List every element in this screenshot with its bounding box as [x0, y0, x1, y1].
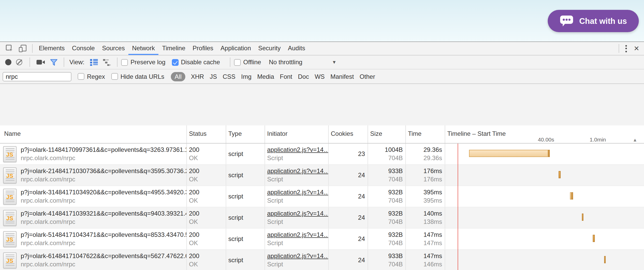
status-text: OK	[189, 197, 226, 205]
tab-application[interactable]: Application	[217, 42, 254, 55]
tab-audits[interactable]: Audits	[284, 42, 309, 55]
column-header-cookies[interactable]: Cookies	[329, 125, 368, 143]
column-header-time[interactable]: Time	[406, 125, 445, 143]
offline-label[interactable]: Offline	[243, 59, 261, 66]
network-request-row[interactable]: JS p?j=olark-41484171039321&&c=pollevent…	[0, 207, 644, 229]
transfer-size: 932B	[368, 210, 403, 218]
status-text: OK	[189, 239, 226, 247]
waterfall-bar[interactable]	[571, 192, 573, 200]
request-name[interactable]: p?j=olark-61484171047622&&c=pollevents&q…	[21, 252, 186, 260]
large-rows-list-icon[interactable]	[87, 59, 100, 66]
request-name[interactable]: p?j=olark-21484171030736&&c=pollevents&q…	[21, 167, 186, 175]
column-header-timeline[interactable]: Timeline – Start Time ▲ 40.00s1.0min	[445, 125, 644, 143]
chevron-down-icon[interactable]: ▼	[332, 60, 336, 65]
request-domain: nrpc.olark.com/nrpc	[21, 218, 186, 226]
filter-pill-media[interactable]: Media	[257, 73, 274, 80]
filter-pill-manifest[interactable]: Manifest	[330, 73, 354, 80]
screenshot-camera-icon[interactable]	[34, 59, 48, 65]
network-request-row[interactable]: JS p?j=olark-61484171047622&&c=pollevent…	[0, 250, 644, 270]
tab-console[interactable]: Console	[68, 42, 98, 55]
latency-time: 147ms	[406, 239, 442, 247]
clear-icon[interactable]	[16, 59, 22, 65]
initiator-link[interactable]: application2.js?v=14…	[267, 167, 328, 175]
initiator-type: Script	[267, 176, 328, 183]
network-request-row[interactable]: JS p?j=olark-51484171043471&&c=pollevent…	[0, 229, 644, 250]
tab-network[interactable]: Network	[128, 42, 158, 55]
request-name[interactable]: p?j=olark-11484170997361&&c=pollevents&q…	[21, 146, 186, 154]
request-type: script	[228, 257, 243, 264]
disable-cache-checkbox[interactable]	[172, 59, 178, 66]
initiator-type: Script	[267, 154, 328, 162]
filter-pill-xhr[interactable]: XHR	[191, 73, 204, 80]
record-icon[interactable]	[5, 59, 11, 65]
filter-input[interactable]	[3, 72, 71, 81]
column-header-initiator[interactable]: Initiator	[265, 125, 329, 143]
close-icon[interactable]: ✕	[631, 42, 644, 55]
devtools-panel: ElementsConsoleSourcesNetworkTimelinePro…	[0, 41, 644, 270]
device-toolbar-icon[interactable]	[16, 42, 30, 55]
initiator-link[interactable]: application2.js?v=14…	[267, 189, 328, 196]
status-code: 200	[189, 210, 226, 218]
network-request-row[interactable]: JS p?j=olark-31484171034920&&c=pollevent…	[0, 186, 644, 207]
filter-pill-js[interactable]: JS	[210, 73, 217, 80]
sort-arrow-icon[interactable]: ▲	[633, 132, 637, 143]
status-text: OK	[189, 261, 226, 268]
filter-pill-font[interactable]: Font	[280, 73, 292, 80]
cookies-count: 24	[358, 235, 365, 243]
network-request-row[interactable]: JS p?j=olark-11484170997361&&c=pollevent…	[0, 144, 644, 165]
network-toolbar: View: Preserve log Disable cache	[0, 55, 644, 69]
tab-timeline[interactable]: Timeline	[158, 42, 189, 55]
waterfall-bar[interactable]	[593, 235, 595, 242]
initiator-link[interactable]: application2.js?v=14…	[267, 252, 328, 260]
chat-with-us-button[interactable]: Chat with us	[548, 10, 639, 32]
initiator-link[interactable]: application2.js?v=14…	[267, 210, 328, 218]
filter-pill-img[interactable]: Img	[241, 73, 252, 80]
request-type: script	[228, 172, 243, 179]
filter-funnel-icon[interactable]	[48, 59, 60, 66]
column-header-size[interactable]: Size	[368, 125, 406, 143]
column-header-status[interactable]: Status	[187, 125, 226, 143]
separator	[32, 44, 33, 53]
tab-security[interactable]: Security	[255, 42, 284, 55]
screen: Chat with us ElementsConsoleSourcesNetwo…	[0, 0, 644, 270]
waterfall-bar[interactable]	[559, 171, 561, 178]
latency-time: 29.36s	[406, 154, 442, 162]
total-time: 140ms	[406, 210, 442, 218]
tab-sources[interactable]: Sources	[98, 42, 128, 55]
waterfall-bar-waiting[interactable]	[469, 150, 548, 157]
request-name[interactable]: p?j=olark-41484171039321&&c=pollevents&q…	[21, 210, 186, 218]
inspect-element-icon[interactable]	[3, 42, 16, 55]
resource-size: 704B	[368, 197, 403, 205]
hide-data-urls-checkbox[interactable]	[111, 73, 118, 80]
regex-label[interactable]: Regex	[87, 73, 105, 80]
throttling-select[interactable]: No throttling	[269, 59, 302, 66]
regex-checkbox[interactable]	[78, 73, 84, 80]
network-request-row[interactable]: JS p?j=olark-21484171030736&&c=pollevent…	[0, 165, 644, 186]
request-name[interactable]: p?j=olark-31484171034920&&c=pollevents&q…	[21, 189, 186, 196]
initiator-link[interactable]: application2.js?v=14…	[267, 146, 328, 154]
offline-checkbox[interactable]	[234, 59, 241, 66]
waterfall-bar[interactable]	[604, 256, 606, 263]
filter-pill-all[interactable]: All	[171, 72, 185, 81]
initiator-link[interactable]: application2.js?v=14…	[267, 231, 328, 239]
kebab-menu-icon[interactable]	[622, 45, 631, 52]
filter-pill-doc[interactable]: Doc	[298, 73, 309, 80]
tab-elements[interactable]: Elements	[35, 42, 68, 55]
preserve-log-checkbox[interactable]	[121, 59, 128, 66]
waterfall-overview-icon[interactable]	[100, 59, 113, 66]
request-name[interactable]: p?j=olark-51484171043471&&c=pollevents&q…	[21, 231, 186, 239]
column-header-name[interactable]: Name	[0, 125, 187, 143]
preserve-log-label[interactable]: Preserve log	[130, 59, 165, 66]
resource-size: 704B	[368, 239, 403, 247]
filter-pill-other[interactable]: Other	[360, 73, 375, 80]
resource-size: 704B	[368, 154, 403, 162]
waterfall-bar[interactable]	[582, 214, 583, 221]
column-header-type[interactable]: Type	[226, 125, 265, 143]
hide-data-urls-label[interactable]: Hide data URLs	[120, 73, 164, 80]
request-domain: nrpc.olark.com/nrpc	[21, 197, 186, 205]
tab-profiles[interactable]: Profiles	[189, 42, 217, 55]
filter-pill-ws[interactable]: WS	[315, 73, 325, 80]
waterfall-bar[interactable]	[548, 150, 550, 157]
filter-pill-css[interactable]: CSS	[223, 73, 235, 80]
disable-cache-label[interactable]: Disable cache	[181, 59, 220, 66]
